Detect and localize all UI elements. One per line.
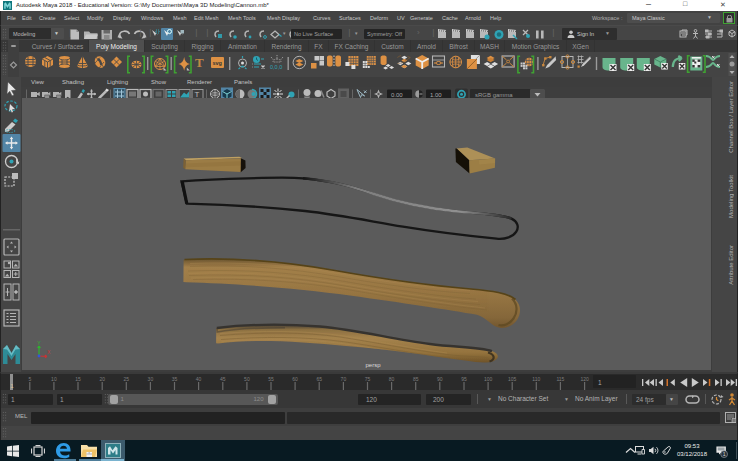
svg-text:35: 35: [172, 376, 178, 382]
svg-text:85: 85: [413, 376, 419, 382]
svg-text:Y: Y: [37, 340, 41, 346]
svg-text:45: 45: [220, 376, 226, 382]
svg-text:90: 90: [437, 376, 443, 382]
svg-text:10: 10: [51, 376, 57, 382]
svg-text:115: 115: [556, 376, 564, 382]
svg-text:40: 40: [196, 376, 202, 382]
svg-text:30: 30: [148, 376, 154, 382]
svg-text:50: 50: [244, 376, 250, 382]
svg-text:75: 75: [365, 376, 371, 382]
svg-text:20: 20: [99, 376, 105, 382]
svg-text:110: 110: [532, 376, 540, 382]
svg-text:T: T: [195, 55, 204, 70]
svg-text:120: 120: [580, 376, 589, 382]
svg-text:5: 5: [28, 376, 31, 382]
svg-text:65: 65: [316, 376, 322, 382]
svg-text:persp: persp: [366, 362, 382, 368]
svg-text:70: 70: [341, 376, 347, 382]
svg-text:100: 100: [484, 376, 493, 382]
svg-text:95: 95: [461, 376, 467, 382]
svg-text:X: X: [47, 349, 51, 355]
svg-text:55: 55: [268, 376, 274, 382]
svg-text:80: 80: [389, 376, 395, 382]
svg-text:15: 15: [75, 376, 81, 382]
svg-text:1: 1: [598, 379, 602, 386]
svg-text:svg: svg: [213, 60, 222, 66]
svg-text:60: 60: [292, 376, 298, 382]
svg-text:1: 1: [723, 451, 726, 457]
svg-text:105: 105: [508, 376, 517, 382]
svg-text:25: 25: [124, 376, 130, 382]
svg-text:1: 1: [10, 383, 14, 389]
svg-text:0,0,0: 0,0,0: [270, 64, 282, 70]
